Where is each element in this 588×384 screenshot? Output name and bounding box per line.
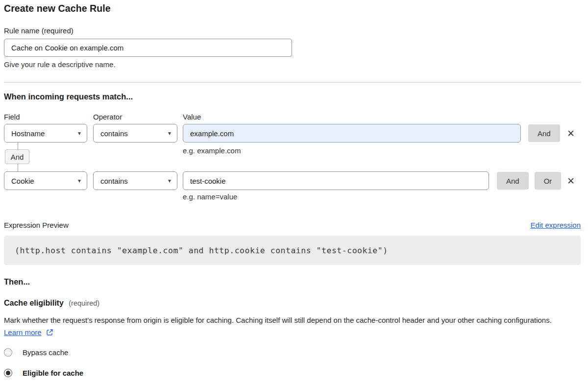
value-hint-2: e.g. name=value [183,192,237,201]
row-connector-area: e.g. example.com And [4,143,581,171]
field-column-label: Field [4,113,93,121]
cache-eligibility-description: Mark whether the request’s response from… [4,314,572,338]
value-input-1[interactable] [183,124,521,143]
cache-eligibility-heading: Cache eligibility (required) [4,299,581,308]
match-row-2: Cookie ▾ contains ▾ And Or ✕ [4,171,581,190]
remove-row-2-icon[interactable]: ✕ [567,176,575,186]
description-text: Mark whether the request’s response from… [4,316,552,324]
cache-eligibility-title: Cache eligibility [4,299,64,307]
then-heading: Then... [4,277,581,287]
match-column-labels: Field Operator Value [4,113,581,121]
add-or-button-2[interactable]: Or [535,172,562,190]
expression-code-block: (http.host contains "example.com" and ht… [4,236,581,265]
section-divider [4,82,581,83]
rule-name-help: Give your rule a descriptive name. [4,60,581,69]
add-and-button-2[interactable]: And [497,172,529,190]
chevron-down-icon: ▾ [168,130,171,136]
page-title: Create new Cache Rule [4,3,581,14]
radio-unselected-icon[interactable] [4,348,12,357]
operator-select-1[interactable]: contains ▾ [93,124,177,143]
radio-eligible-label: Eligible for cache [23,369,83,377]
expression-header: Expression Preview Edit expression [4,221,581,229]
field-select-1-value: Hostname [11,129,45,138]
connector-line-top [18,143,18,149]
remove-row-1-icon[interactable]: ✕ [567,129,575,138]
expression-preview-label: Expression Preview [4,221,69,229]
field-select-2[interactable]: Cookie ▾ [4,171,87,190]
radio-dot [6,371,10,375]
edit-expression-link[interactable]: Edit expression [530,221,581,229]
operator-select-2-value: contains [100,177,128,185]
chevron-down-icon: ▾ [78,178,81,184]
chevron-down-icon: ▾ [78,130,81,136]
radio-eligible-for-cache[interactable]: Eligible for cache [4,369,581,377]
value-hint-1: e.g. example.com [183,146,241,155]
operator-column-label: Operator [93,113,183,121]
rule-name-label: Rule name (required) [4,26,581,35]
radio-selected-icon[interactable] [4,369,12,377]
radio-bypass-label: Bypass cache [23,348,68,357]
external-link-icon [46,329,53,336]
radio-bypass-cache[interactable]: Bypass cache [4,348,581,357]
create-cache-rule-form: Create new Cache Rule Rule name (require… [0,3,585,377]
connector-line-bottom [18,164,18,171]
value-hint-2-area: e.g. name=value [4,190,581,201]
rule-name-input[interactable] [4,39,292,57]
match-heading: When incoming requests match... [4,92,581,101]
connector-and-button[interactable]: And [5,149,29,164]
required-note: (required) [69,299,99,307]
add-and-button-1[interactable]: And [528,124,560,142]
value-column-label: Value [183,113,201,121]
value-input-2[interactable] [183,171,489,190]
match-row-1: Hostname ▾ contains ▾ And ✕ [4,124,581,143]
field-select-1[interactable]: Hostname ▾ [4,124,87,143]
chevron-down-icon: ▾ [168,178,171,184]
operator-select-1-value: contains [100,129,128,138]
operator-select-2[interactable]: contains ▾ [93,171,177,190]
learn-more-link[interactable]: Learn more [4,328,42,336]
expression-code: (http.host contains "example.com" and ht… [15,246,388,255]
field-select-2-value: Cookie [11,177,34,185]
